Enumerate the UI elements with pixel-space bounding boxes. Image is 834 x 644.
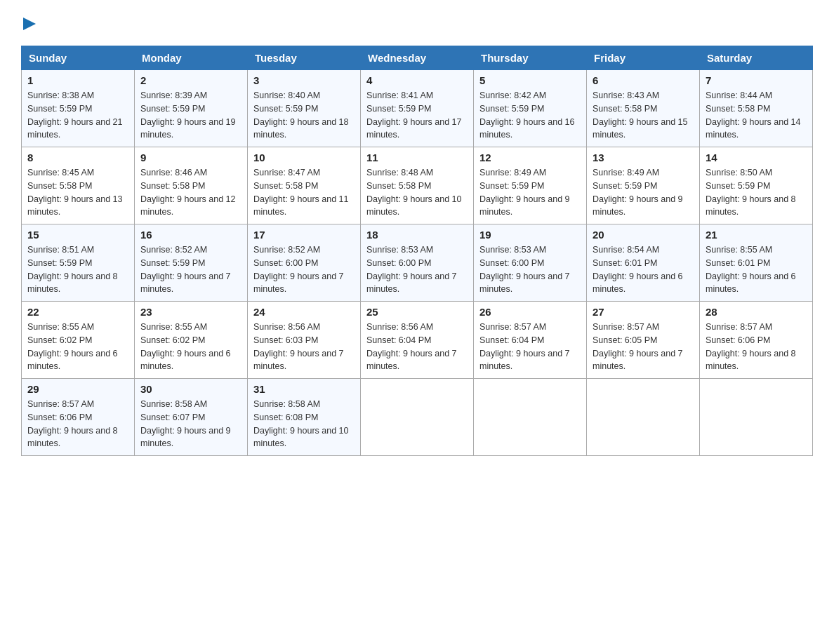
weekday-header-tuesday: Tuesday: [248, 46, 361, 70]
calendar-day-cell: 7 Sunrise: 8:44 AM Sunset: 5:58 PM Dayli…: [700, 70, 813, 147]
day-number: 1: [27, 74, 128, 86]
calendar-week-row: 29 Sunrise: 8:57 AM Sunset: 6:06 PM Dayl…: [22, 379, 813, 456]
day-info: Sunrise: 8:49 AM Sunset: 5:59 PM Dayligh…: [593, 166, 694, 219]
calendar-day-cell: 26 Sunrise: 8:57 AM Sunset: 6:04 PM Dayl…: [474, 302, 587, 379]
calendar-day-cell: 11 Sunrise: 8:48 AM Sunset: 5:58 PM Dayl…: [361, 147, 474, 224]
day-info: Sunrise: 8:58 AM Sunset: 6:08 PM Dayligh…: [253, 398, 355, 450]
day-info: Sunrise: 8:57 AM Sunset: 6:06 PM Dayligh…: [706, 321, 807, 373]
calendar-day-cell: 1 Sunrise: 8:38 AM Sunset: 5:59 PM Dayli…: [22, 70, 135, 147]
calendar-day-cell: [474, 379, 587, 456]
day-info: Sunrise: 8:53 AM Sunset: 6:00 PM Dayligh…: [479, 243, 581, 296]
day-info: Sunrise: 8:55 AM Sunset: 6:02 PM Dayligh…: [27, 321, 128, 373]
calendar-table: SundayMondayTuesdayWednesdayThursdayFrid…: [21, 46, 813, 456]
day-info: Sunrise: 8:57 AM Sunset: 6:06 PM Dayligh…: [27, 398, 128, 450]
calendar-day-cell: [587, 379, 700, 456]
calendar-day-cell: 23 Sunrise: 8:55 AM Sunset: 6:02 PM Dayl…: [135, 302, 248, 379]
day-info: Sunrise: 8:57 AM Sunset: 6:05 PM Dayligh…: [593, 321, 694, 373]
calendar-day-cell: 17 Sunrise: 8:52 AM Sunset: 6:00 PM Dayl…: [248, 224, 361, 302]
day-number: 15: [27, 229, 128, 241]
calendar-body: 1 Sunrise: 8:38 AM Sunset: 5:59 PM Dayli…: [22, 70, 813, 456]
day-number: 8: [27, 152, 128, 163]
day-info: Sunrise: 8:56 AM Sunset: 6:03 PM Dayligh…: [253, 321, 355, 373]
day-info: Sunrise: 8:43 AM Sunset: 5:58 PM Dayligh…: [593, 89, 694, 142]
day-info: Sunrise: 8:58 AM Sunset: 6:07 PM Dayligh…: [140, 398, 241, 450]
day-info: Sunrise: 8:47 AM Sunset: 5:58 PM Dayligh…: [253, 166, 355, 219]
weekday-header-wednesday: Wednesday: [361, 46, 474, 70]
calendar-day-cell: 24 Sunrise: 8:56 AM Sunset: 6:03 PM Dayl…: [248, 302, 361, 379]
calendar-week-row: 15 Sunrise: 8:51 AM Sunset: 5:59 PM Dayl…: [22, 224, 813, 302]
logo: [21, 14, 37, 32]
calendar-day-cell: 29 Sunrise: 8:57 AM Sunset: 6:06 PM Dayl…: [22, 379, 135, 456]
day-info: Sunrise: 8:52 AM Sunset: 5:59 PM Dayligh…: [140, 243, 241, 296]
day-info: Sunrise: 8:54 AM Sunset: 6:01 PM Dayligh…: [593, 243, 694, 296]
calendar-day-cell: 27 Sunrise: 8:57 AM Sunset: 6:05 PM Dayl…: [587, 302, 700, 379]
day-info: Sunrise: 8:50 AM Sunset: 5:59 PM Dayligh…: [706, 166, 807, 219]
day-info: Sunrise: 8:53 AM Sunset: 6:00 PM Dayligh…: [366, 243, 468, 296]
day-info: Sunrise: 8:41 AM Sunset: 5:59 PM Dayligh…: [366, 89, 468, 142]
day-number: 26: [479, 306, 581, 318]
calendar-day-cell: 18 Sunrise: 8:53 AM Sunset: 6:00 PM Dayl…: [361, 224, 474, 302]
day-info: Sunrise: 8:48 AM Sunset: 5:58 PM Dayligh…: [366, 166, 468, 219]
day-number: 20: [593, 229, 694, 241]
day-number: 11: [366, 152, 468, 163]
day-info: Sunrise: 8:51 AM Sunset: 5:59 PM Dayligh…: [27, 243, 128, 296]
day-number: 5: [479, 74, 581, 86]
svg-marker-0: [23, 18, 36, 30]
day-info: Sunrise: 8:42 AM Sunset: 5:59 PM Dayligh…: [479, 89, 581, 142]
calendar-week-row: 22 Sunrise: 8:55 AM Sunset: 6:02 PM Dayl…: [22, 302, 813, 379]
calendar-day-cell: 28 Sunrise: 8:57 AM Sunset: 6:06 PM Dayl…: [700, 302, 813, 379]
day-number: 18: [366, 229, 468, 241]
day-number: 19: [479, 229, 581, 241]
day-number: 27: [593, 306, 694, 318]
calendar-day-cell: 15 Sunrise: 8:51 AM Sunset: 5:59 PM Dayl…: [22, 224, 135, 302]
day-info: Sunrise: 8:38 AM Sunset: 5:59 PM Dayligh…: [27, 89, 128, 142]
calendar-day-cell: 12 Sunrise: 8:49 AM Sunset: 5:59 PM Dayl…: [474, 147, 587, 224]
day-number: 2: [140, 74, 241, 86]
calendar-week-row: 8 Sunrise: 8:45 AM Sunset: 5:58 PM Dayli…: [22, 147, 813, 224]
day-number: 29: [27, 383, 128, 395]
day-number: 14: [706, 152, 807, 163]
day-info: Sunrise: 8:45 AM Sunset: 5:58 PM Dayligh…: [27, 166, 128, 219]
calendar-day-cell: 14 Sunrise: 8:50 AM Sunset: 5:59 PM Dayl…: [700, 147, 813, 224]
day-info: Sunrise: 8:55 AM Sunset: 6:01 PM Dayligh…: [706, 243, 807, 296]
day-info: Sunrise: 8:57 AM Sunset: 6:04 PM Dayligh…: [479, 321, 581, 373]
calendar-day-cell: 8 Sunrise: 8:45 AM Sunset: 5:58 PM Dayli…: [22, 147, 135, 224]
calendar-day-cell: 4 Sunrise: 8:41 AM Sunset: 5:59 PM Dayli…: [361, 70, 474, 147]
weekday-header-friday: Friday: [587, 46, 700, 70]
calendar-day-cell: 30 Sunrise: 8:58 AM Sunset: 6:07 PM Dayl…: [135, 379, 248, 456]
day-number: 24: [253, 306, 355, 318]
day-info: Sunrise: 8:52 AM Sunset: 6:00 PM Dayligh…: [253, 243, 355, 296]
day-number: 21: [706, 229, 807, 241]
calendar-week-row: 1 Sunrise: 8:38 AM Sunset: 5:59 PM Dayli…: [22, 70, 813, 147]
day-info: Sunrise: 8:56 AM Sunset: 6:04 PM Dayligh…: [366, 321, 468, 373]
calendar-day-cell: 22 Sunrise: 8:55 AM Sunset: 6:02 PM Dayl…: [22, 302, 135, 379]
day-number: 13: [593, 152, 694, 163]
day-number: 31: [253, 383, 355, 395]
calendar-day-cell: 13 Sunrise: 8:49 AM Sunset: 5:59 PM Dayl…: [587, 147, 700, 224]
day-number: 25: [366, 306, 468, 318]
calendar-day-cell: 25 Sunrise: 8:56 AM Sunset: 6:04 PM Dayl…: [361, 302, 474, 379]
calendar-day-cell: 9 Sunrise: 8:46 AM Sunset: 5:58 PM Dayli…: [135, 147, 248, 224]
calendar-day-cell: 19 Sunrise: 8:53 AM Sunset: 6:00 PM Dayl…: [474, 224, 587, 302]
calendar-day-cell: 3 Sunrise: 8:40 AM Sunset: 5:59 PM Dayli…: [248, 70, 361, 147]
calendar-day-cell: 2 Sunrise: 8:39 AM Sunset: 5:59 PM Dayli…: [135, 70, 248, 147]
day-number: 10: [253, 152, 355, 163]
day-number: 12: [479, 152, 581, 163]
calendar-day-cell: 5 Sunrise: 8:42 AM Sunset: 5:59 PM Dayli…: [474, 70, 587, 147]
day-info: Sunrise: 8:46 AM Sunset: 5:58 PM Dayligh…: [140, 166, 241, 219]
day-number: 6: [593, 74, 694, 86]
day-number: 28: [706, 306, 807, 318]
day-number: 9: [140, 152, 241, 163]
day-number: 17: [253, 229, 355, 241]
calendar-day-cell: 10 Sunrise: 8:47 AM Sunset: 5:58 PM Dayl…: [248, 147, 361, 224]
calendar-day-cell: [700, 379, 813, 456]
calendar-day-cell: 31 Sunrise: 8:58 AM Sunset: 6:08 PM Dayl…: [248, 379, 361, 456]
day-info: Sunrise: 8:39 AM Sunset: 5:59 PM Dayligh…: [140, 89, 241, 142]
day-info: Sunrise: 8:55 AM Sunset: 6:02 PM Dayligh…: [140, 321, 241, 373]
day-number: 3: [253, 74, 355, 86]
day-number: 22: [27, 306, 128, 318]
page-header: [21, 14, 813, 32]
calendar-day-cell: 6 Sunrise: 8:43 AM Sunset: 5:58 PM Dayli…: [587, 70, 700, 147]
weekday-header-saturday: Saturday: [700, 46, 813, 70]
calendar-header: SundayMondayTuesdayWednesdayThursdayFrid…: [22, 46, 813, 70]
